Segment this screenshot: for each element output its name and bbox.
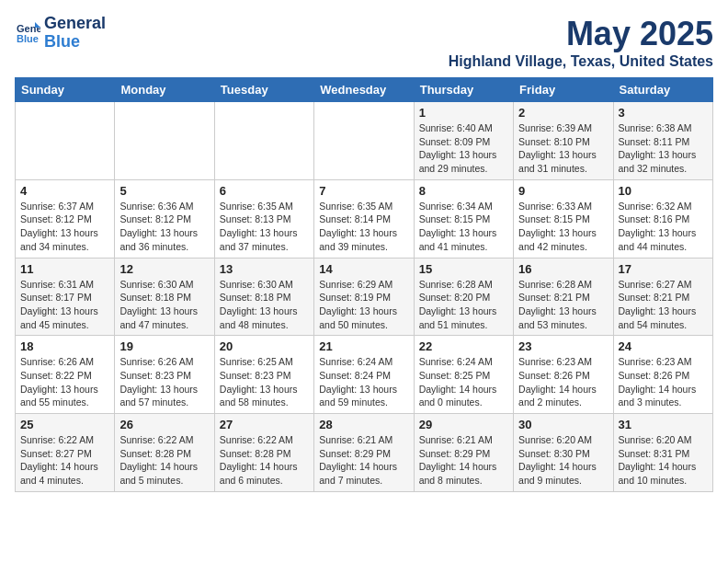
day-number: 25 [20, 418, 109, 431]
day-number: 29 [419, 418, 508, 431]
day-info: Sunrise: 6:32 AM Sunset: 8:16 PM Dayligh… [619, 200, 708, 254]
day-number: 5 [119, 184, 209, 198]
day-info: Sunrise: 6:39 AM Sunset: 8:10 PM Dayligh… [518, 121, 608, 176]
day-number: 3 [619, 106, 708, 120]
day-info: Sunrise: 6:35 AM Sunset: 8:14 PM Dayligh… [319, 200, 408, 254]
calendar-day-cell: 3Sunrise: 6:38 AM Sunset: 8:11 PM Daylig… [613, 102, 712, 180]
calendar-day-cell: 5Sunrise: 6:36 AM Sunset: 8:12 PM Daylig… [115, 179, 214, 258]
calendar-day-cell: 7Sunrise: 6:35 AM Sunset: 8:14 PM Daylig… [314, 179, 414, 258]
calendar-day-cell: 4Sunrise: 6:37 AM Sunset: 8:12 PM Daylig… [16, 179, 115, 258]
calendar-day-cell: 23Sunrise: 6:23 AM Sunset: 8:26 PM Dayli… [514, 336, 613, 414]
day-info: Sunrise: 6:29 AM Sunset: 8:19 PM Dayligh… [319, 278, 408, 332]
day-number: 4 [20, 184, 109, 198]
calendar-day-cell [314, 102, 414, 180]
day-info: Sunrise: 6:33 AM Sunset: 8:15 PM Dayligh… [518, 200, 608, 254]
page-header: General Blue General Blue May 2025 Highl… [15, 15, 713, 70]
day-number: 31 [619, 418, 708, 431]
day-number: 21 [319, 339, 408, 353]
calendar-day-cell: 13Sunrise: 6:30 AM Sunset: 8:18 PM Dayli… [214, 258, 313, 336]
day-info: Sunrise: 6:37 AM Sunset: 8:12 PM Dayligh… [20, 200, 109, 254]
day-number: 20 [220, 339, 309, 353]
logo-text-line2: Blue [44, 33, 106, 52]
calendar-day-cell: 8Sunrise: 6:34 AM Sunset: 8:15 PM Daylig… [414, 179, 513, 258]
day-number: 16 [518, 262, 608, 276]
day-info: Sunrise: 6:23 AM Sunset: 8:26 PM Dayligh… [518, 355, 608, 409]
weekday-header: Tuesday [214, 78, 313, 102]
calendar-day-cell: 25Sunrise: 6:22 AM Sunset: 8:27 PM Dayli… [16, 414, 115, 492]
day-info: Sunrise: 6:24 AM Sunset: 8:24 PM Dayligh… [319, 355, 408, 409]
calendar-day-cell: 28Sunrise: 6:21 AM Sunset: 8:29 PM Dayli… [314, 414, 414, 492]
weekday-header: Sunday [16, 78, 115, 102]
day-info: Sunrise: 6:21 AM Sunset: 8:29 PM Dayligh… [319, 433, 408, 488]
calendar-day-cell: 12Sunrise: 6:30 AM Sunset: 8:18 PM Dayli… [115, 258, 214, 336]
day-number: 12 [119, 262, 209, 276]
weekday-header: Saturday [613, 78, 712, 102]
calendar-week-row: 18Sunrise: 6:26 AM Sunset: 8:22 PM Dayli… [16, 336, 713, 414]
day-number: 10 [619, 184, 708, 198]
day-number: 28 [319, 418, 408, 431]
calendar-day-cell: 14Sunrise: 6:29 AM Sunset: 8:19 PM Dayli… [314, 258, 414, 336]
weekday-header: Wednesday [314, 78, 414, 102]
day-number: 17 [619, 262, 708, 276]
calendar-week-row: 11Sunrise: 6:31 AM Sunset: 8:17 PM Dayli… [16, 258, 713, 336]
day-number: 7 [319, 184, 408, 198]
day-info: Sunrise: 6:36 AM Sunset: 8:12 PM Dayligh… [119, 200, 209, 254]
day-info: Sunrise: 6:24 AM Sunset: 8:25 PM Dayligh… [419, 355, 508, 409]
day-info: Sunrise: 6:23 AM Sunset: 8:26 PM Dayligh… [619, 355, 708, 409]
calendar-day-cell: 31Sunrise: 6:20 AM Sunset: 8:31 PM Dayli… [613, 414, 712, 492]
calendar-day-cell: 22Sunrise: 6:24 AM Sunset: 8:25 PM Dayli… [414, 336, 513, 414]
day-info: Sunrise: 6:40 AM Sunset: 8:09 PM Dayligh… [419, 121, 508, 176]
calendar-day-cell [214, 102, 313, 180]
day-number: 13 [220, 262, 309, 276]
calendar-week-row: 4Sunrise: 6:37 AM Sunset: 8:12 PM Daylig… [16, 179, 713, 258]
calendar-day-cell: 17Sunrise: 6:27 AM Sunset: 8:21 PM Dayli… [613, 258, 712, 336]
calendar-day-cell: 24Sunrise: 6:23 AM Sunset: 8:26 PM Dayli… [613, 336, 712, 414]
title-block: May 2025 Highland Village, Texas, United… [449, 15, 713, 70]
day-info: Sunrise: 6:28 AM Sunset: 8:21 PM Dayligh… [518, 278, 608, 332]
calendar-table: SundayMondayTuesdayWednesdayThursdayFrid… [15, 77, 713, 492]
location-title: Highland Village, Texas, United States [449, 53, 713, 70]
day-info: Sunrise: 6:22 AM Sunset: 8:27 PM Dayligh… [20, 433, 109, 488]
day-info: Sunrise: 6:22 AM Sunset: 8:28 PM Dayligh… [119, 433, 209, 488]
calendar-day-cell: 10Sunrise: 6:32 AM Sunset: 8:16 PM Dayli… [613, 179, 712, 258]
day-info: Sunrise: 6:22 AM Sunset: 8:28 PM Dayligh… [220, 433, 309, 488]
day-number: 1 [419, 106, 508, 120]
day-number: 8 [419, 184, 508, 198]
day-info: Sunrise: 6:20 AM Sunset: 8:31 PM Dayligh… [619, 433, 708, 488]
day-number: 18 [20, 339, 109, 353]
calendar-week-row: 1Sunrise: 6:40 AM Sunset: 8:09 PM Daylig… [16, 102, 713, 180]
day-number: 24 [619, 339, 708, 353]
month-title: May 2025 [449, 15, 713, 53]
calendar-week-row: 25Sunrise: 6:22 AM Sunset: 8:27 PM Dayli… [16, 414, 713, 492]
day-number: 11 [20, 262, 109, 276]
calendar-day-cell: 16Sunrise: 6:28 AM Sunset: 8:21 PM Dayli… [514, 258, 613, 336]
calendar-day-cell: 21Sunrise: 6:24 AM Sunset: 8:24 PM Dayli… [314, 336, 414, 414]
calendar-day-cell: 15Sunrise: 6:28 AM Sunset: 8:20 PM Dayli… [414, 258, 513, 336]
day-number: 19 [119, 339, 209, 353]
calendar-day-cell: 2Sunrise: 6:39 AM Sunset: 8:10 PM Daylig… [514, 102, 613, 180]
calendar-day-cell [115, 102, 214, 180]
day-number: 27 [220, 418, 309, 431]
day-number: 9 [518, 184, 608, 198]
calendar-day-cell: 29Sunrise: 6:21 AM Sunset: 8:29 PM Dayli… [414, 414, 513, 492]
calendar-day-cell: 20Sunrise: 6:25 AM Sunset: 8:23 PM Dayli… [214, 336, 313, 414]
day-info: Sunrise: 6:26 AM Sunset: 8:22 PM Dayligh… [20, 355, 109, 409]
day-info: Sunrise: 6:34 AM Sunset: 8:15 PM Dayligh… [419, 200, 508, 254]
calendar-day-cell [16, 102, 115, 180]
calendar-day-cell: 30Sunrise: 6:20 AM Sunset: 8:30 PM Dayli… [514, 414, 613, 492]
calendar-day-cell: 27Sunrise: 6:22 AM Sunset: 8:28 PM Dayli… [214, 414, 313, 492]
day-number: 14 [319, 262, 408, 276]
calendar-day-cell: 6Sunrise: 6:35 AM Sunset: 8:13 PM Daylig… [214, 179, 313, 258]
logo-icon: General Blue [15, 20, 40, 46]
weekday-header: Monday [115, 78, 214, 102]
calendar-day-cell: 19Sunrise: 6:26 AM Sunset: 8:23 PM Dayli… [115, 336, 214, 414]
day-number: 30 [518, 418, 608, 431]
calendar-day-cell: 26Sunrise: 6:22 AM Sunset: 8:28 PM Dayli… [115, 414, 214, 492]
day-info: Sunrise: 6:28 AM Sunset: 8:20 PM Dayligh… [419, 278, 508, 332]
day-info: Sunrise: 6:30 AM Sunset: 8:18 PM Dayligh… [119, 278, 209, 332]
day-info: Sunrise: 6:27 AM Sunset: 8:21 PM Dayligh… [619, 278, 708, 332]
day-number: 2 [518, 106, 608, 120]
day-info: Sunrise: 6:38 AM Sunset: 8:11 PM Dayligh… [619, 121, 708, 176]
day-number: 15 [419, 262, 508, 276]
weekday-header-row: SundayMondayTuesdayWednesdayThursdayFrid… [16, 78, 713, 102]
